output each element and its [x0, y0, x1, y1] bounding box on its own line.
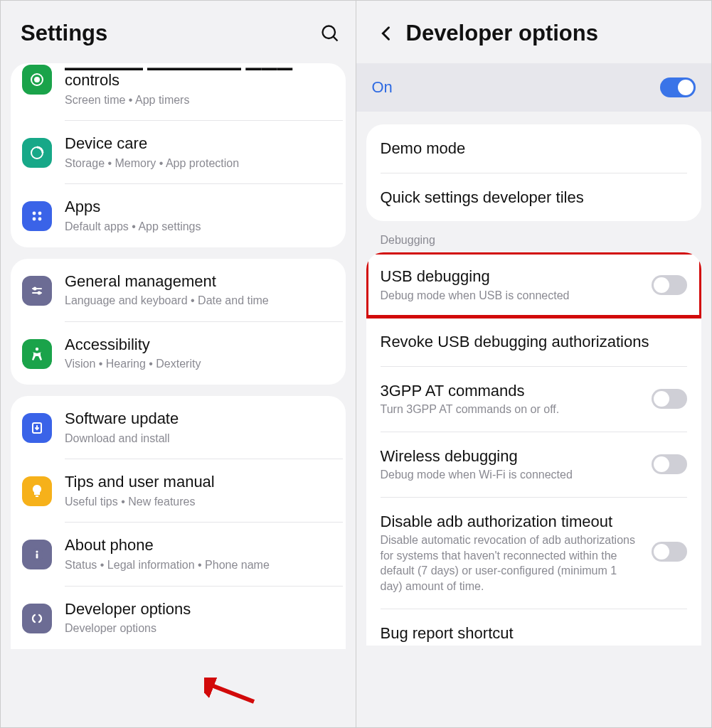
settings-item-title: Software update	[65, 409, 337, 429]
settings-pane: Settings ▬▬▬▬▬ ▬▬▬▬▬▬ ▬▬▬ ▬▬▬▬▬▬ control…	[1, 1, 356, 727]
settings-item-title: Apps	[65, 197, 337, 218]
dev-item-title: Wireless debugging	[381, 446, 642, 466]
settings-item-title: controls	[65, 70, 337, 91]
settings-item-device-care[interactable]: Device care Storage • Memory • App prote…	[11, 121, 346, 183]
dev-item-quick-tiles[interactable]: Quick settings developer tiles	[366, 173, 702, 222]
dev-item-bug-report[interactable]: Bug report shortcut	[366, 609, 702, 646]
svg-point-12	[38, 291, 41, 294]
annotation-arrow-icon	[204, 678, 261, 712]
settings-item-title: Tips and user manual	[65, 472, 337, 493]
general-icon	[22, 276, 52, 306]
master-toggle-switch[interactable]	[660, 77, 696, 97]
dev-item-usb-debugging[interactable]: USB debugging Debug mode when USB is con…	[366, 252, 702, 317]
search-icon[interactable]	[320, 23, 340, 43]
developer-options-pane: Developer options On Demo mode Quick set…	[356, 1, 712, 727]
dev-item-3gpp[interactable]: 3GPP AT commands Turn 3GPP AT commands o…	[366, 367, 702, 432]
dev-item-adb-timeout[interactable]: Disable adb authorization timeout Disabl…	[366, 498, 702, 609]
tips-icon	[22, 476, 52, 506]
dev-item-title: Bug report shortcut	[381, 623, 688, 643]
settings-item-sub: Download and install	[65, 431, 337, 446]
svg-point-6	[38, 212, 42, 215]
device-care-icon	[22, 138, 52, 168]
item-body: Accessibility Vision • Hearing • Dexteri…	[65, 335, 337, 372]
svg-point-0	[322, 26, 335, 39]
dev-item-title: Revoke USB debugging authorizations	[381, 332, 688, 352]
settings-item-tips[interactable]: Tips and user manual Useful tips • New f…	[11, 459, 346, 522]
settings-item-general[interactable]: General management Language and keyboard…	[11, 259, 346, 321]
developer-header: Developer options	[356, 1, 712, 63]
settings-item-sub: Developer options	[65, 621, 337, 636]
dev-item-sub: Debug mode when USB is connected	[381, 288, 642, 304]
wellbeing-icon	[22, 65, 52, 95]
settings-item-title: Device care	[65, 134, 337, 154]
svg-point-5	[33, 212, 36, 215]
settings-item-wellbeing[interactable]: ▬▬▬▬▬ ▬▬▬▬▬▬ ▬▬▬ ▬▬▬▬▬▬ controls Screen …	[11, 63, 346, 120]
item-body: Apps Default apps • App settings	[65, 197, 337, 234]
usb-debugging-switch[interactable]	[652, 275, 687, 295]
item-body: Developer options Developer options	[65, 599, 337, 636]
dev-item-sub: Turn 3GPP AT commands on or off.	[381, 402, 642, 417]
dev-item-title: Demo mode	[381, 139, 688, 159]
dev-item-wireless-debugging[interactable]: Wireless debugging Debug mode when Wi-Fi…	[366, 432, 702, 497]
about-icon	[22, 540, 52, 569]
back-icon[interactable]	[376, 23, 396, 43]
item-body: Software update Download and install	[65, 409, 337, 446]
settings-item-sub: Screen time • App timers	[65, 92, 337, 108]
item-body: About phone Status • Legal information •…	[65, 535, 337, 572]
svg-point-7	[33, 218, 36, 221]
settings-item-sub: Storage • Memory • App protection	[65, 156, 337, 171]
svg-rect-18	[36, 554, 38, 559]
dev-card-debugging: USB debugging Debug mode when USB is con…	[366, 252, 702, 646]
section-label-debugging: Debugging	[356, 221, 712, 252]
settings-item-title: Accessibility	[65, 335, 337, 355]
apps-icon	[22, 201, 52, 231]
dev-card: Demo mode Quick settings developer tiles	[366, 124, 702, 221]
svg-line-20	[210, 685, 254, 702]
settings-item-sub: Status • Legal information • Phone name	[65, 557, 337, 573]
page-title: Developer options	[406, 21, 696, 46]
master-toggle-label: On	[372, 78, 661, 97]
svg-point-3	[35, 77, 39, 82]
svg-point-17	[36, 551, 38, 553]
settings-item-update[interactable]: Software update Download and install	[11, 396, 346, 459]
dev-item-sub: Disable automatic revocation of adb auth…	[381, 532, 642, 594]
wireless-debugging-switch[interactable]	[652, 454, 687, 474]
settings-item-about[interactable]: About phone Status • Legal information •…	[11, 523, 346, 585]
settings-item-title: ▬▬▬▬▬ ▬▬▬▬▬▬ ▬▬▬ ▬▬▬▬▬▬	[65, 63, 337, 70]
update-icon	[22, 413, 52, 443]
settings-item-sub: Default apps • App settings	[65, 219, 337, 235]
settings-group: ▬▬▬▬▬ ▬▬▬▬▬▬ ▬▬▬ ▬▬▬▬▬▬ controls Screen …	[11, 63, 346, 247]
dev-item-title: 3GPP AT commands	[381, 381, 642, 401]
dev-item-sub: Debug mode when Wi-Fi is connected	[381, 467, 642, 483]
settings-item-apps[interactable]: Apps Default apps • App settings	[11, 184, 346, 247]
dev-item-revoke-auth[interactable]: Revoke USB debugging authorizations	[366, 318, 702, 366]
accessibility-icon	[22, 339, 52, 369]
settings-item-title: Developer options	[65, 599, 337, 620]
settings-item-title: About phone	[65, 535, 337, 556]
settings-item-title: General management	[65, 272, 337, 292]
3gpp-switch[interactable]	[652, 389, 687, 409]
settings-item-accessibility[interactable]: Accessibility Vision • Hearing • Dexteri…	[11, 322, 346, 385]
svg-point-8	[38, 218, 42, 221]
settings-item-sub: Useful tips • New features	[65, 494, 337, 510]
item-body: ▬▬▬▬▬ ▬▬▬▬▬▬ ▬▬▬ ▬▬▬▬▬▬ controls Screen …	[65, 63, 337, 107]
settings-item-sub: Vision • Hearing • Dexterity	[65, 356, 337, 372]
dev-item-title: Quick settings developer tiles	[381, 188, 688, 208]
dev-item-title: USB debugging	[381, 267, 642, 287]
settings-item-developer[interactable]: Developer options Developer options	[11, 587, 346, 649]
settings-header: Settings	[1, 1, 356, 63]
adb-timeout-switch[interactable]	[652, 542, 687, 562]
svg-point-13	[36, 348, 38, 350]
page-title: Settings	[21, 21, 310, 46]
svg-point-11	[33, 287, 37, 290]
developer-icon	[22, 604, 52, 633]
svg-line-1	[333, 37, 337, 41]
dev-item-title: Disable adb authorization timeout	[381, 512, 642, 532]
settings-group: Software update Download and install Tip…	[11, 396, 346, 649]
item-body: Device care Storage • Memory • App prote…	[65, 134, 337, 171]
item-body: Tips and user manual Useful tips • New f…	[65, 472, 337, 509]
dev-item-demo-mode[interactable]: Demo mode	[366, 124, 702, 173]
settings-group: General management Language and keyboard…	[11, 259, 346, 385]
settings-item-sub: Language and keyboard • Date and time	[65, 293, 337, 309]
master-toggle-row[interactable]: On	[356, 63, 712, 112]
